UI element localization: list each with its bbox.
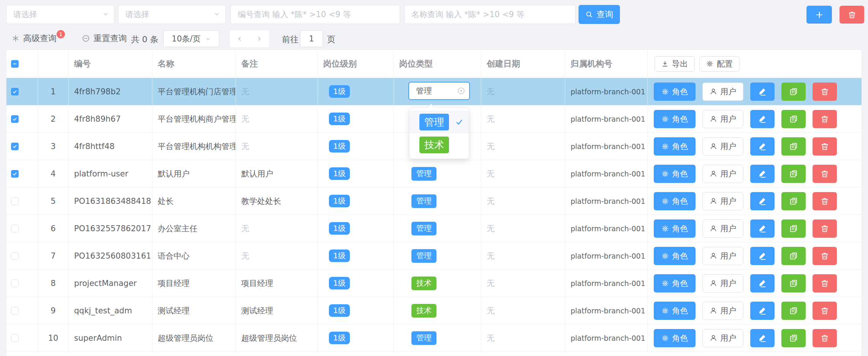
copy-button[interactable] <box>781 247 806 265</box>
role-button[interactable]: 角色 <box>654 274 696 292</box>
row-checkbox[interactable] <box>11 115 19 123</box>
level-tag: 1级 <box>329 195 350 207</box>
header-code: 编号 <box>69 50 152 78</box>
row-checkbox[interactable] <box>11 225 19 232</box>
type-editor-select[interactable]: 管理 <box>408 82 470 100</box>
edit-button[interactable] <box>750 219 775 238</box>
search-button[interactable]: 查询 <box>579 5 620 24</box>
export-button[interactable]: 导出 <box>655 56 695 72</box>
position-remark: 无 <box>236 215 318 242</box>
user-button[interactable]: 用户 <box>702 165 743 183</box>
edit-button[interactable] <box>750 302 775 320</box>
edit-button[interactable] <box>750 165 775 183</box>
page-size-select[interactable]: 10条/页 <box>163 30 219 47</box>
goto-page-input[interactable] <box>300 30 323 47</box>
row-index: 5 <box>38 188 69 215</box>
row-checkbox[interactable] <box>11 170 19 178</box>
level-tag: 1级 <box>329 167 350 180</box>
delete-row-button[interactable] <box>813 274 837 292</box>
user-button-label: 用户 <box>720 114 736 124</box>
type-tag: 管理 <box>411 167 436 181</box>
table-row: 9 qqkj_test_adm 测试经理 测试经理 1级 技术 无 platfo… <box>6 297 862 324</box>
user-button[interactable]: 用户 <box>702 137 743 156</box>
advanced-query-badge: 1 <box>57 30 65 38</box>
user-button-label: 用户 <box>720 141 736 152</box>
select-all-checkbox[interactable] <box>11 60 19 68</box>
delete-row-button[interactable] <box>813 83 837 101</box>
role-button[interactable]: 角色 <box>654 137 696 156</box>
delete-row-button[interactable] <box>813 302 837 320</box>
edit-button[interactable] <box>750 110 775 128</box>
delete-row-button[interactable] <box>813 329 837 347</box>
prev-page-button[interactable] <box>236 35 243 42</box>
role-button[interactable]: 角色 <box>654 110 696 128</box>
copy-button[interactable] <box>781 137 806 156</box>
user-button[interactable]: 用户 <box>702 302 743 320</box>
filter-select-2[interactable]: 请选择 <box>118 5 226 24</box>
user-button[interactable]: 用户 <box>702 274 743 292</box>
edit-button[interactable] <box>750 274 775 292</box>
row-index: 6 <box>38 215 69 242</box>
delete-row-button[interactable] <box>813 192 837 210</box>
filter-select-1[interactable]: 请选择 <box>6 5 114 24</box>
role-button[interactable]: 角色 <box>654 192 696 210</box>
copy-icon <box>789 307 798 315</box>
delete-row-button[interactable] <box>813 110 837 128</box>
role-button[interactable]: 角色 <box>654 329 696 347</box>
delete-row-button[interactable] <box>813 219 837 238</box>
user-button[interactable]: 用户 <box>702 83 743 101</box>
role-button[interactable]: 角色 <box>654 165 696 183</box>
table-header-row: 编号 名称 备注 岗位级别 岗位类型 创建日期 归属机构号 导出 配置 <box>6 50 862 78</box>
batch-delete-button[interactable] <box>840 6 864 24</box>
user-button[interactable]: 用户 <box>702 329 743 347</box>
copy-button[interactable] <box>781 274 806 292</box>
reset-query-button[interactable]: 重置查询 <box>82 33 127 44</box>
row-checkbox[interactable] <box>11 143 19 150</box>
add-button[interactable] <box>806 6 832 24</box>
name-search-input[interactable] <box>404 5 576 24</box>
role-button[interactable]: 角色 <box>654 302 696 320</box>
user-button[interactable]: 用户 <box>702 219 743 238</box>
role-button[interactable]: 角色 <box>654 247 696 265</box>
gear-icon <box>661 225 669 232</box>
code-search-input[interactable] <box>231 5 400 24</box>
role-button[interactable]: 角色 <box>654 219 696 238</box>
config-button[interactable]: 配置 <box>699 56 740 72</box>
edit-button[interactable] <box>750 247 775 265</box>
header-org: 归属机构号 <box>565 50 648 78</box>
copy-button[interactable] <box>781 165 806 183</box>
row-checkbox[interactable] <box>11 197 19 205</box>
delete-row-button[interactable] <box>813 137 837 156</box>
clear-icon[interactable] <box>457 87 465 95</box>
user-button[interactable]: 用户 <box>702 247 743 265</box>
next-page-button[interactable] <box>256 35 262 42</box>
copy-button[interactable] <box>781 83 806 101</box>
edit-button[interactable] <box>750 137 775 156</box>
org-code: platform-branch-001 ... <box>565 78 648 105</box>
row-index: 3 <box>38 133 69 160</box>
user-button[interactable]: 用户 <box>702 110 743 128</box>
position-name: 平台管理机构门店管理员 <box>152 78 236 105</box>
role-button[interactable]: 角色 <box>654 83 696 101</box>
edit-button[interactable] <box>750 192 775 210</box>
row-checkbox[interactable] <box>11 307 19 315</box>
row-checkbox[interactable] <box>11 252 19 260</box>
copy-button[interactable] <box>781 110 806 128</box>
copy-button[interactable] <box>781 219 806 238</box>
role-button-label: 角色 <box>672 333 688 343</box>
row-checkbox[interactable] <box>11 280 19 287</box>
dropdown-option[interactable]: 技术 <box>409 134 469 156</box>
copy-button[interactable] <box>781 192 806 210</box>
row-checkbox[interactable] <box>11 88 19 95</box>
dropdown-option[interactable]: 管理 <box>409 111 469 134</box>
advanced-query-button[interactable]: 高级查询 <box>11 33 57 44</box>
position-name: 超级管理员岗位 <box>152 324 236 352</box>
edit-button[interactable] <box>750 83 775 101</box>
delete-row-button[interactable] <box>813 247 837 265</box>
copy-button[interactable] <box>781 329 806 347</box>
copy-button[interactable] <box>781 302 806 320</box>
user-button[interactable]: 用户 <box>702 192 743 210</box>
row-checkbox[interactable] <box>11 334 19 342</box>
edit-button[interactable] <box>750 329 775 347</box>
delete-row-button[interactable] <box>813 165 837 183</box>
